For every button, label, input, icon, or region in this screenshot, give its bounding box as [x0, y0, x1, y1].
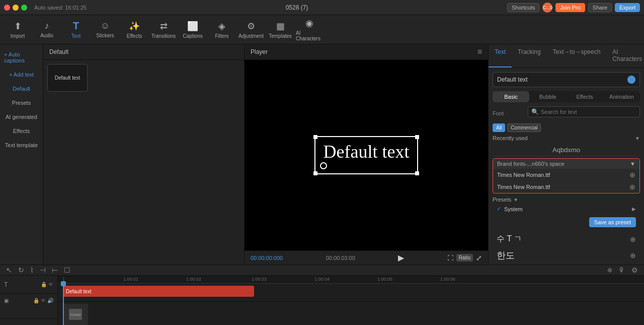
left-item-text-template[interactable]: Text template — [2, 139, 41, 151]
brand-fonts-header[interactable]: Brand fonts-...n660's space ▼ — [493, 159, 639, 169]
left-item-presets[interactable]: Presets — [2, 97, 41, 109]
tool-ai-characters[interactable]: ◉ AI Characters — [296, 17, 323, 42]
timeline: ↖ ↻ ⌇ ⊣ ⊢ ☐ ⊕ 🎙 ⚙ T 🔒 👁 ▣ — [0, 265, 644, 325]
templates-icon: ▦ — [276, 21, 285, 32]
tl-cursor-tool[interactable]: ↖ — [4, 265, 14, 275]
tl-add-track-tool[interactable]: ⊕ — [605, 266, 614, 275]
left-item-default[interactable]: Default — [2, 83, 41, 95]
text-selection-box[interactable]: Default text — [314, 136, 419, 174]
recently-used-arrow[interactable]: ▼ — [635, 136, 640, 141]
tl-marker-6: 1:00:06 — [440, 277, 455, 282]
left-item-add-text[interactable]: + Add text — [2, 69, 41, 81]
save-preset-button[interactable]: Save as preset — [589, 217, 636, 227]
text-input-area[interactable]: Default text — [493, 72, 640, 87]
close-button[interactable] — [4, 5, 10, 11]
left-item-effects[interactable]: Effects — [2, 125, 41, 137]
player-menu-icon[interactable]: ≡ — [477, 47, 482, 56]
user-avatar[interactable]: C...0 — [542, 3, 552, 13]
style-tab-bubble[interactable]: Bubble — [529, 91, 566, 102]
filter-all[interactable]: All — [493, 123, 505, 132]
play-button[interactable]: ▶ — [398, 253, 404, 263]
audio-icon: ♪ — [45, 21, 49, 31]
fullscreen-icon[interactable]: ⛶ — [447, 254, 453, 262]
video-track-lock[interactable]: 🔒 — [33, 298, 39, 303]
font-list-add-1[interactable]: ⊕ — [630, 251, 636, 259]
style-tab-basic[interactable]: Basic — [493, 91, 529, 102]
system-item[interactable]: ✓ System ▶ — [493, 205, 640, 213]
tool-audio-label: Audio — [40, 33, 53, 38]
tl-voice-tool[interactable]: 🎙 — [616, 265, 627, 275]
font-add-icon-0[interactable]: ⊕ — [629, 171, 635, 179]
tab-tracking[interactable]: Tracking — [512, 44, 547, 68]
maximize-button[interactable] — [21, 5, 27, 11]
ai-generated-label: AI generated — [6, 114, 37, 120]
presets-arrow-icon[interactable]: ▼ — [513, 197, 518, 203]
tl-trim-left-tool[interactable]: ⊣ — [38, 265, 48, 275]
tl-settings-tool[interactable]: ⚙ — [629, 265, 640, 275]
export-button[interactable]: Export — [615, 3, 640, 12]
font-add-icon-1[interactable]: ⊕ — [629, 183, 635, 191]
font-list-item-1[interactable]: 한도 ⊕ — [493, 247, 640, 264]
text-track-lock[interactable]: 🔒 — [41, 282, 47, 287]
tool-filters[interactable]: ◈ Filters — [208, 17, 235, 42]
share-button[interactable]: Share — [588, 3, 612, 12]
video-track-audio[interactable]: 🔊 — [47, 298, 53, 303]
tool-captions[interactable]: ⬜ Captions — [179, 17, 206, 42]
filter-commercial[interactable]: Commercial — [507, 123, 541, 132]
style-tab-effects[interactable]: Effects — [567, 91, 603, 102]
handle-center[interactable] — [320, 162, 327, 169]
font-list-item-2[interactable]: 이데이 ⊕ — [493, 264, 640, 265]
playhead[interactable] — [63, 284, 64, 325]
font-item-1[interactable]: Times New Roman.ttf ⊕ — [493, 181, 639, 193]
minimize-button[interactable] — [13, 5, 19, 11]
font-list-add-0[interactable]: ⊕ — [630, 235, 636, 243]
tool-audio[interactable]: ♪ Audio — [33, 17, 60, 42]
handle-bottom-left[interactable] — [313, 171, 317, 175]
left-item-auto-captions[interactable]: + Auto captions — [2, 48, 41, 67]
join-pro-button[interactable]: Join Pro — [555, 3, 585, 12]
system-expand-icon[interactable]: ▶ — [632, 206, 636, 212]
tab-text-to-speech[interactable]: Text→to→speech — [547, 44, 607, 68]
alphabet-preview: Aqbdxmo — [493, 144, 640, 156]
stickers-icon: ☺ — [101, 21, 110, 31]
default-text-label: Default text — [55, 75, 80, 81]
tool-stickers[interactable]: ☺ Stickers — [92, 17, 119, 42]
text-template-label: Text template — [5, 142, 38, 148]
font-list-item-0[interactable]: 수 T ㄱ ⊕ — [493, 231, 640, 247]
tl-redo-tool[interactable]: ↻ — [16, 265, 26, 275]
tool-adjustment[interactable]: ⚙ Adjustment — [237, 17, 265, 42]
handle-top-left[interactable] — [313, 135, 317, 139]
text-clip[interactable]: Default text — [63, 286, 254, 297]
left-item-ai-generated[interactable]: AI generated — [2, 111, 41, 123]
player-video[interactable]: Default text — [245, 60, 488, 250]
font-search-input[interactable] — [541, 109, 636, 115]
text-clip-label: Default text — [66, 289, 92, 294]
tool-effects[interactable]: ✨ Effects — [121, 17, 148, 42]
tool-transitions[interactable]: ⇄ Transitions — [150, 17, 177, 42]
tab-ai-characters[interactable]: AI Characters — [606, 44, 644, 68]
tl-trim-right-tool[interactable]: ⊢ — [50, 265, 60, 275]
tool-import[interactable]: ⬆ Import — [4, 17, 31, 42]
font-item-0[interactable]: Times New Roman.ttf ⊕ — [493, 169, 639, 181]
tool-templates[interactable]: ▦ Templates — [267, 17, 294, 42]
tl-delete-tool[interactable]: ☐ — [62, 265, 72, 275]
video-clip[interactable]: Cover — [63, 304, 88, 325]
handle-top-right[interactable] — [415, 135, 419, 139]
default-text-thumbnail[interactable]: Default text — [47, 64, 88, 92]
shortcuts-button[interactable]: Shortcuts — [507, 3, 539, 12]
traffic-lights — [4, 5, 27, 11]
expand-button[interactable]: ⤢ — [476, 254, 482, 262]
handle-bottom-right[interactable] — [415, 171, 419, 175]
text-track-eye[interactable]: 👁 — [48, 282, 53, 287]
style-tab-animation[interactable]: Animation — [603, 91, 640, 102]
font-search-box[interactable]: 🔍 — [528, 106, 640, 117]
main-toolbar: ⬆ Import ♪ Audio T Text ☺ Stickers ✨ Eff… — [0, 15, 644, 44]
tl-marker-4: 1:00:04 — [314, 277, 330, 282]
transitions-icon: ⇄ — [160, 21, 168, 32]
text-color-dot[interactable] — [627, 76, 635, 84]
tab-text[interactable]: Text — [489, 44, 512, 68]
tl-split-tool[interactable]: ⌇ — [28, 265, 36, 275]
tool-text[interactable]: T Text — [62, 17, 90, 42]
ratio-button[interactable]: Ratio — [456, 254, 473, 262]
video-track-eye[interactable]: 👁 — [41, 298, 46, 303]
